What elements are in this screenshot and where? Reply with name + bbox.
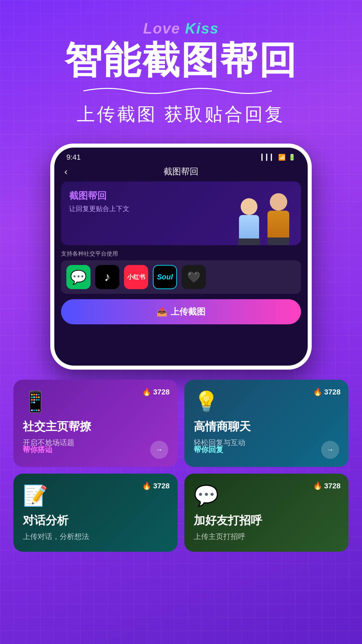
subtitle: 上传截图 获取贴合回复	[64, 102, 298, 127]
feature-cards-grid: 🔥 3728 📱 社交主页帮撩 开启不尬场话题 帮你搭讪 → 🔥 3728 💡 …	[13, 380, 349, 552]
phone-nav: ‹ 截图帮回	[54, 162, 308, 181]
status-icons: ▎▎▎ 📶 🔋	[261, 154, 296, 161]
card-2-arrow[interactable]: →	[321, 441, 339, 459]
status-time: 9:41	[66, 153, 81, 162]
header: Love Kiss 智能截图帮回 上传截图 获取贴合回复	[64, 20, 298, 127]
card-1-action: 帮你搭讪	[23, 445, 52, 455]
wechat-icon[interactable]: 💬	[66, 265, 90, 289]
character-boy	[264, 193, 293, 245]
card-social-profile[interactable]: 🔥 3728 📱 社交主页帮撩 开启不尬场话题 帮你搭讪 →	[13, 380, 178, 467]
card-3-desc: 上传对话，分析想法	[23, 532, 168, 542]
card-3-hot: 🔥 3728	[142, 482, 170, 490]
mitu-icon[interactable]: 🖤	[182, 265, 206, 289]
card-2-footer: 帮你回复 →	[194, 441, 339, 459]
card-4-hot: 🔥 3728	[313, 482, 341, 490]
card-2-title: 高情商聊天	[194, 419, 339, 434]
back-button[interactable]: ‹	[64, 166, 67, 177]
soul-text: Soul	[157, 273, 173, 281]
upload-icon: 📤	[157, 307, 167, 317]
card-3-title: 对话分析	[23, 513, 168, 528]
fire-icon-2: 🔥	[313, 388, 322, 396]
phone-mockup: 9:41 ▎▎▎ 📶 🔋 ‹ 截图帮回 截图帮回 让回复更贴合上下文	[50, 144, 312, 370]
soul-icon[interactable]: Soul	[153, 265, 177, 289]
card-1-hot: 🔥 3728	[142, 388, 170, 396]
upload-button[interactable]: 📤 上传截图	[61, 299, 301, 324]
card-4-desc: 上传主页打招呼	[194, 532, 339, 542]
card-1-title: 社交主页帮撩	[23, 419, 168, 434]
status-bar: 9:41 ▎▎▎ 📶 🔋	[54, 148, 308, 162]
xiaohongshu-icon[interactable]: 小红书	[124, 265, 148, 289]
card-add-friend[interactable]: 🔥 3728 💬 加好友打招呼 上传主页打招呼	[184, 474, 349, 552]
wifi-icon: 📶	[278, 154, 286, 161]
character-girl	[236, 198, 262, 245]
app-icons-row: 💬 ♪ 小红书 Soul 🖤	[61, 260, 301, 294]
phone-screen: 9:41 ▎▎▎ 📶 🔋 ‹ 截图帮回 截图帮回 让回复更贴合上下文	[54, 148, 308, 366]
battery-icon: 🔋	[288, 154, 296, 161]
page-wrapper: Love Kiss 智能截图帮回 上传截图 获取贴合回复 9:41 ▎▎▎ 📶 …	[0, 0, 362, 644]
nav-title: 截图帮回	[164, 166, 198, 177]
fire-icon: 🔥	[142, 388, 151, 396]
fire-icon-3: 🔥	[142, 482, 151, 490]
card-4-title: 加好友打招呼	[194, 513, 339, 528]
signal-icon: ▎▎▎	[261, 154, 276, 161]
character-illustration	[226, 185, 296, 245]
card-2-action: 帮你回复	[194, 445, 223, 455]
card-1-arrow[interactable]: →	[150, 441, 168, 459]
brand-kiss: Kiss	[185, 20, 219, 37]
upload-label: 上传截图	[171, 306, 205, 318]
fire-icon-4: 🔥	[313, 482, 322, 490]
wavy-decoration	[80, 84, 282, 94]
brand-love: Love	[143, 20, 180, 37]
card-1-footer: 帮你搭讪 →	[23, 441, 168, 459]
phone-banner: 截图帮回 让回复更贴合上下文	[61, 181, 301, 245]
card-high-eq-chat[interactable]: 🔥 3728 💡 高情商聊天 轻松回复与互动 帮你回复 →	[184, 380, 349, 467]
platform-label: 支持各种社交平台使用	[61, 250, 301, 258]
main-title: 智能截图帮回	[64, 40, 298, 81]
brand-name: Love Kiss	[64, 20, 298, 37]
card-dialogue-analysis[interactable]: 🔥 3728 📝 对话分析 上传对话，分析想法	[13, 474, 178, 552]
phone-outer-frame: 9:41 ▎▎▎ 📶 🔋 ‹ 截图帮回 截图帮回 让回复更贴合上下文	[50, 144, 312, 370]
card-2-hot: 🔥 3728	[313, 388, 341, 396]
tiktok-note-icon: ♪	[104, 270, 110, 284]
tiktok-icon[interactable]: ♪	[95, 265, 119, 289]
